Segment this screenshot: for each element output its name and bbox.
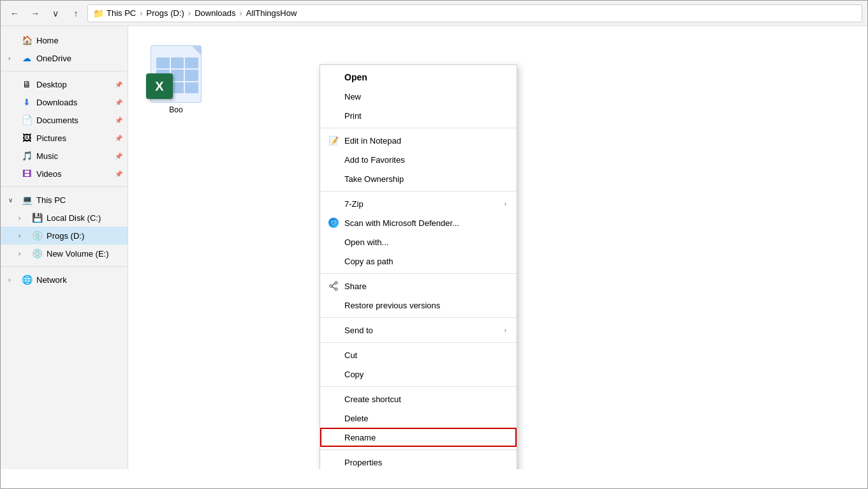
sidebar-item-documents[interactable]: 📄 Documents 📌 — [1, 111, 128, 129]
ctx-rename-label: Rename — [344, 433, 506, 442]
ctx-open[interactable]: Open — [320, 68, 517, 87]
sidebar-item-desktop[interactable]: 🖥 Desktop 📌 — [1, 75, 128, 93]
address-part: Downloads — [195, 8, 235, 18]
sidebar-item-progs-d[interactable]: › 💿 Progs (D:) — [1, 227, 128, 244]
ctx-divider — [320, 273, 517, 274]
sidebar-item-this-pc[interactable]: ∨ 💻 This PC — [1, 191, 128, 209]
sidebar-item-label: Local Disk (C:) — [47, 213, 122, 223]
ctx-divider — [320, 342, 517, 343]
ctx-shortcut-icon — [328, 393, 339, 405]
ctx-divider — [320, 317, 517, 318]
file-icon[interactable]: X Boo — [141, 45, 211, 114]
ctx-ownership-icon — [328, 173, 339, 184]
chevron-icon: › — [8, 55, 17, 62]
ctx-copy-path[interactable]: Copy as path — [320, 252, 517, 271]
ctx-divider — [320, 128, 517, 128]
drive-icon: 💾 — [31, 212, 43, 223]
sidebar-item-label: Music — [36, 151, 111, 161]
sidebar-item-label: This PC — [36, 195, 122, 205]
ctx-copypath-label: Copy as path — [344, 257, 506, 266]
chevron-icon: › — [18, 214, 27, 222]
ctx-edit-notepad[interactable]: 📝 Edit in Notepad — [320, 131, 517, 150]
pin-icon: 📌 — [115, 153, 122, 160]
ctx-favorites-label: Add to Favorites — [344, 155, 506, 165]
pin-icon: 📌 — [115, 99, 122, 106]
ctx-divider — [320, 386, 517, 387]
sidebar-item-new-volume-e[interactable]: › 💿 New Volume (E:) — [1, 244, 128, 262]
ctx-create-shortcut[interactable]: Create shortcut — [320, 389, 517, 409]
ctx-scan-defender[interactable]: 🛡 Scan with Microsoft Defender... — [320, 213, 517, 232]
ctx-new-label: New — [344, 92, 506, 102]
sidebar-item-network[interactable]: › 🌐 Network — [1, 271, 128, 289]
computer-icon: 💻 — [21, 194, 33, 206]
ctx-edit-notepad-label: Edit in Notepad — [344, 136, 506, 146]
address-part: This PC — [107, 8, 136, 18]
ctx-copy-label: Copy — [344, 370, 506, 379]
ctx-add-favorites[interactable]: Add to Favorites — [320, 150, 517, 169]
main-layout: 🏠 Home › ☁ OneDrive 🖥 Desktop 📌 ⬇ Downlo… — [1, 26, 867, 469]
ctx-share[interactable]: Share — [320, 276, 517, 296]
drive-icon: 💿 — [31, 248, 43, 259]
file-name-label: Boo — [169, 105, 182, 114]
ctx-print-label: Print — [344, 111, 506, 121]
ctx-open-label: Open — [344, 72, 506, 82]
ctx-cut[interactable]: Cut — [320, 345, 517, 365]
ctx-rename[interactable]: Rename — [320, 428, 517, 447]
address-part: AllThingsHow — [246, 8, 297, 18]
grid-cell — [185, 70, 198, 80]
ctx-cut-icon — [328, 349, 339, 361]
documents-icon: 📄 — [21, 114, 33, 126]
ctx-take-ownership[interactable]: Take Ownership — [320, 169, 517, 188]
ctx-rename-icon — [328, 432, 339, 443]
up-button[interactable]: ↑ — [67, 4, 85, 22]
sidebar-item-onedrive[interactable]: › ☁ OneDrive — [1, 49, 128, 67]
forward-button[interactable]: → — [26, 4, 44, 22]
folder-icon: 📁 — [93, 8, 104, 19]
grid-cell — [185, 57, 198, 68]
network-icon: 🌐 — [21, 274, 33, 285]
ctx-cut-label: Cut — [344, 350, 506, 360]
ctx-sendto-icon — [328, 324, 339, 336]
chevron-icon: › — [8, 276, 17, 283]
ctx-7zip-icon — [328, 198, 339, 209]
ctx-defender-label: Scan with Microsoft Defender... — [344, 218, 506, 228]
defender-shield-icon: 🛡 — [328, 218, 339, 228]
ctx-properties[interactable]: Properties — [320, 453, 517, 469]
recent-dropdown-button[interactable]: ∨ — [47, 4, 64, 22]
sidebar-item-label: Pictures — [36, 133, 111, 143]
ctx-copy[interactable]: Copy — [320, 365, 517, 384]
sidebar-item-local-disk-c[interactable]: › 💾 Local Disk (C:) — [1, 209, 128, 227]
nav-bar: ← → ∨ ↑ 📁 This PC › Progs (D:) › Downloa… — [1, 1, 867, 26]
sidebar-item-home[interactable]: 🏠 Home — [1, 31, 128, 49]
sidebar-item-pictures[interactable]: 🖼 Pictures 📌 — [1, 129, 128, 147]
sidebar-item-label: Downloads — [36, 98, 111, 107]
svg-point-2 — [330, 285, 332, 287]
svg-point-1 — [335, 288, 337, 290]
back-button[interactable]: ← — [6, 4, 24, 22]
sidebar-item-music[interactable]: 🎵 Music 📌 — [1, 147, 128, 165]
ctx-restore-icon — [328, 299, 339, 311]
sidebar-item-label: Desktop — [36, 80, 111, 89]
pictures-icon: 🖼 — [21, 132, 33, 144]
ctx-restore[interactable]: Restore previous versions — [320, 296, 517, 315]
pin-icon: 📌 — [115, 170, 122, 177]
ctx-copy-icon — [328, 368, 339, 380]
onedrive-icon: ☁ — [21, 52, 33, 64]
excel-file-icon: X — [151, 45, 202, 103]
share-svg — [328, 281, 339, 291]
sidebar-divider — [1, 186, 128, 187]
ctx-delete[interactable]: Delete — [320, 409, 517, 428]
sidebar-item-label: Videos — [36, 169, 111, 179]
sidebar-item-downloads[interactable]: ⬇ Downloads 📌 — [1, 93, 128, 111]
ctx-send-to[interactable]: Send to › — [320, 320, 517, 340]
ctx-7zip[interactable]: 7-Zip › — [320, 194, 517, 213]
sidebar-divider — [1, 266, 128, 267]
ctx-new[interactable]: New — [320, 87, 517, 106]
sidebar-item-videos[interactable]: 🎞 Videos 📌 — [1, 165, 128, 183]
ctx-print[interactable]: Print — [320, 106, 517, 125]
sidebar-item-label: Network — [36, 275, 122, 285]
grid-cell — [185, 82, 198, 93]
ctx-divider — [320, 191, 517, 192]
address-bar[interactable]: 📁 This PC › Progs (D:) › Downloads › All… — [87, 4, 862, 22]
ctx-open-with[interactable]: Open with... — [320, 232, 517, 252]
